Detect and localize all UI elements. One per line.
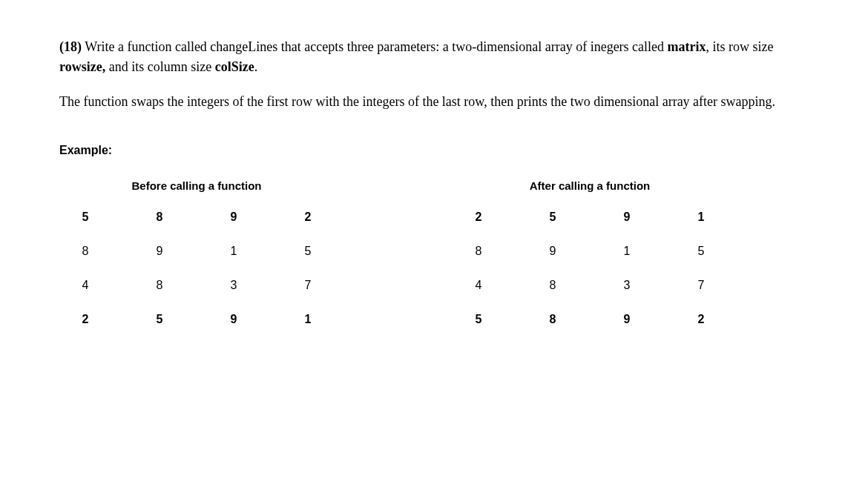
- cell: 5: [134, 311, 185, 328]
- cell: 2: [59, 311, 111, 328]
- cell: 9: [134, 242, 185, 260]
- cell: 2: [675, 311, 727, 328]
- cell: 1: [601, 242, 653, 260]
- cell: 2: [282, 208, 334, 226]
- before-matrix: 5 8 9 2 8 9 1 5 4 8 3 7 2 5 9 1: [59, 208, 334, 328]
- cell: 1: [675, 208, 727, 226]
- question-text-1: Write a function called changeLines that…: [82, 39, 668, 54]
- question-number: (18): [59, 39, 82, 54]
- question-paragraph: (18) Write a function called changeLines…: [59, 37, 809, 77]
- cell: 5: [453, 311, 504, 328]
- cell: 9: [208, 208, 260, 226]
- keyword-rowsize: rowsize,: [59, 59, 105, 74]
- cell: 2: [453, 208, 504, 226]
- cell: 1: [282, 311, 334, 328]
- question-text-3: and its column size: [105, 59, 214, 74]
- keyword-colsize: colSize: [215, 59, 254, 74]
- before-caption: Before calling a function: [131, 178, 261, 195]
- cell: 8: [59, 242, 111, 260]
- cell: 5: [282, 242, 334, 260]
- cell: 5: [675, 242, 727, 260]
- before-table-block: Before calling a function 5 8 9 2 8 9 1 …: [59, 178, 334, 328]
- cell: 1: [208, 242, 260, 260]
- after-matrix: 2 5 9 1 8 9 1 5 4 8 3 7 5 8 9 2: [453, 208, 727, 328]
- after-caption: After calling a function: [530, 178, 651, 195]
- cell: 8: [134, 208, 185, 226]
- cell: 9: [601, 208, 653, 226]
- cell: 8: [527, 311, 579, 328]
- description-paragraph: The function swaps the integers of the f…: [59, 92, 809, 112]
- cell: 7: [282, 276, 334, 294]
- cell: 4: [59, 276, 111, 294]
- tables-row: Before calling a function 5 8 9 2 8 9 1 …: [59, 178, 809, 328]
- cell: 3: [208, 276, 260, 294]
- after-table-block: After calling a function 2 5 9 1 8 9 1 5…: [453, 178, 727, 328]
- cell: 5: [527, 208, 579, 226]
- cell: 4: [453, 276, 504, 294]
- cell: 7: [675, 276, 727, 294]
- question-text-4: .: [254, 59, 258, 74]
- cell: 9: [527, 242, 579, 260]
- cell: 8: [134, 276, 185, 294]
- question-text-2: , its row size: [706, 39, 774, 54]
- cell: 9: [601, 311, 653, 328]
- example-label: Example:: [59, 142, 809, 159]
- cell: 5: [59, 208, 111, 226]
- keyword-matrix: matrix: [668, 39, 706, 54]
- cell: 8: [527, 276, 579, 294]
- cell: 8: [453, 242, 504, 260]
- cell: 9: [208, 311, 260, 328]
- cell: 3: [601, 276, 653, 294]
